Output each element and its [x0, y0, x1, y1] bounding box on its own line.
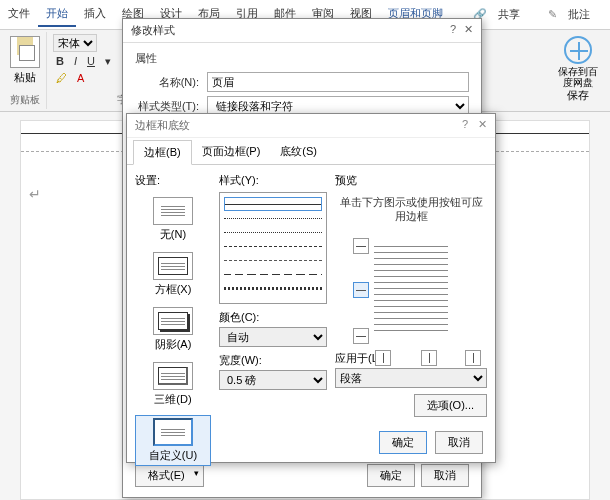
line-style-dotted[interactable] [224, 211, 322, 225]
setting-none[interactable]: 无(N) [135, 195, 211, 244]
setting-box[interactable]: 方框(X) [135, 250, 211, 299]
line-style-dotted2[interactable] [224, 225, 322, 239]
tab-page-border[interactable]: 页面边框(P) [192, 140, 271, 164]
italic-button[interactable]: I [71, 54, 80, 69]
edge-button-mid[interactable] [353, 282, 369, 298]
setting-label: 设置: [135, 173, 211, 188]
dialog1-ok-button[interactable]: 确定 [367, 464, 415, 487]
dialog1-title: 修改样式 [131, 23, 175, 38]
paste-icon[interactable] [10, 36, 40, 68]
dialog2-help-icon[interactable]: ? [462, 118, 468, 133]
comment-button[interactable]: ✎ 批注 [540, 3, 606, 26]
bold-button[interactable]: B [53, 54, 67, 69]
clipboard-group-label: 剪贴板 [10, 93, 40, 107]
menu-insert[interactable]: 插入 [76, 2, 114, 27]
dialog2-tabs: 边框(B) 页面边框(P) 底纹(S) [127, 138, 495, 165]
dialog2-cancel-button[interactable]: 取消 [435, 431, 483, 454]
font-color-button[interactable]: A [74, 71, 87, 85]
line-style-solid[interactable] [224, 197, 322, 211]
apply-to-select[interactable]: 段落 [335, 368, 487, 388]
style-label: 样式(Y): [219, 173, 327, 188]
options-button[interactable]: 选项(O)... [414, 394, 487, 417]
cloud-save-group: 保存到百度网盘 保存 [550, 32, 606, 109]
setting-3d[interactable]: 三维(D) [135, 360, 211, 409]
dialog1-cancel-button[interactable]: 取消 [421, 464, 469, 487]
edge-button-right[interactable] [465, 350, 481, 366]
underline-button[interactable]: U [84, 54, 98, 69]
dialog1-help-icon[interactable]: ? [450, 23, 456, 38]
tab-border[interactable]: 边框(B) [133, 140, 192, 165]
edge-button-center[interactable] [421, 350, 437, 366]
line-style-dashed2[interactable] [224, 253, 322, 267]
width-label: 宽度(W): [219, 353, 327, 368]
dialog2-title: 边框和底纹 [135, 118, 190, 133]
name-label: 名称(N): [135, 75, 199, 90]
properties-label: 属性 [135, 51, 469, 66]
setting-custom[interactable]: 自定义(U) [135, 415, 211, 466]
tab-shading[interactable]: 底纹(S) [270, 140, 327, 164]
return-icon: ↵ [29, 186, 41, 202]
preview-hint: 单击下方图示或使用按钮可应用边框 [335, 196, 487, 224]
type-label: 样式类型(T): [135, 99, 199, 114]
dialog2-ok-button[interactable]: 确定 [379, 431, 427, 454]
dialog2-close-icon[interactable]: ✕ [478, 118, 487, 133]
edge-button-bottom[interactable] [353, 328, 369, 344]
line-style-wave[interactable] [224, 281, 322, 295]
borders-shading-dialog: 边框和底纹 ?✕ 边框(B) 页面边框(P) 底纹(S) 设置: 无(N) 方框… [126, 113, 496, 463]
line-style-list[interactable] [219, 192, 327, 304]
line-style-long-dash[interactable] [224, 267, 322, 281]
border-preview [335, 232, 487, 347]
edge-button-left[interactable] [375, 350, 391, 366]
dialog1-close-icon[interactable]: ✕ [464, 23, 473, 38]
more-font-icon[interactable]: ▾ [102, 54, 114, 69]
color-label: 颜色(C): [219, 310, 327, 325]
paste-label: 粘贴 [10, 70, 40, 85]
style-name-input[interactable] [207, 72, 469, 92]
menu-file[interactable]: 文件 [0, 2, 38, 27]
format-dropdown-button[interactable]: 格式(E) [135, 464, 204, 487]
border-color-select[interactable]: 自动 [219, 327, 327, 347]
menu-home[interactable]: 开始 [38, 2, 76, 27]
edge-button-top[interactable] [353, 238, 369, 254]
preview-page-icon[interactable] [370, 240, 452, 340]
cloud-group-label: 保存 [558, 88, 598, 103]
border-width-select[interactable]: 0.5 磅 [219, 370, 327, 390]
line-style-dashed[interactable] [224, 239, 322, 253]
cloud-label: 保存到百度网盘 [558, 66, 598, 88]
font-family-select[interactable]: 宋体 [53, 34, 97, 52]
cloud-icon[interactable] [564, 36, 592, 64]
highlight-button[interactable]: 🖊 [53, 71, 70, 85]
clipboard-group: 粘贴 剪贴板 [4, 32, 47, 109]
setting-shadow[interactable]: 阴影(A) [135, 305, 211, 354]
preview-label: 预览 [335, 173, 487, 188]
